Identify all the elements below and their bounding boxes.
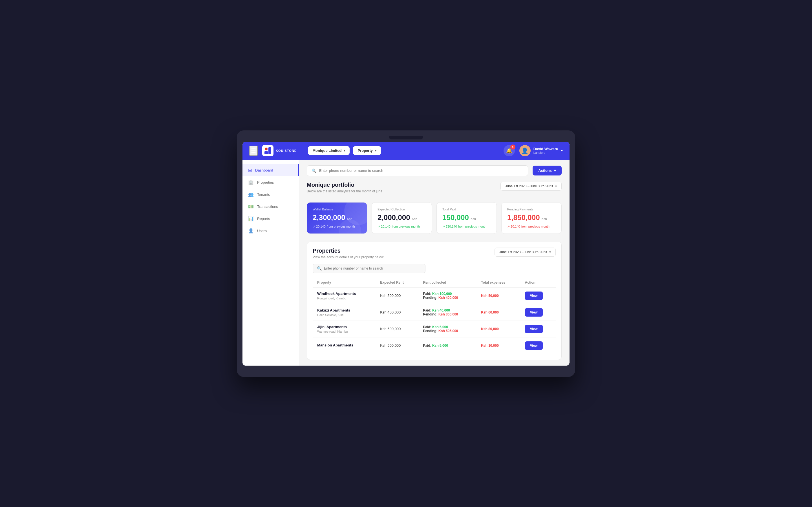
paid-trend-icon: ↗ 720,140: [442, 225, 457, 228]
properties-search-row: 🔍: [313, 264, 556, 273]
property-dropdown[interactable]: Property ▾: [353, 146, 380, 155]
dashboard-icon: ⊞: [248, 168, 252, 173]
user-chevron-icon: ▾: [561, 149, 563, 153]
sidebar-item-transactions[interactable]: 💵 Transactions: [243, 201, 299, 213]
stat-cards: Wallet Balance 2,300,000 Ksh ↗ 20,140 fr…: [307, 202, 562, 234]
col-header-total-expenses: Total expenses: [476, 278, 520, 288]
properties-table: Property Expected Rent Rent collected To…: [313, 278, 556, 354]
sidebar-item-reports[interactable]: 📊 Reports: [243, 213, 299, 225]
user-name: David Waweru: [534, 147, 558, 151]
users-icon: 👤: [248, 228, 254, 233]
cell-rent-collected-3: Paid: Ksh 5,000: [418, 337, 476, 354]
properties-date-filter[interactable]: June 1st 2023 - June 30th 2023 ▾: [495, 247, 556, 257]
prop-address-0: Rungiri road, Kiambu: [317, 297, 371, 300]
sidebar-item-dashboard-label: Dashboard: [255, 168, 273, 172]
cell-property-3: Mansion Apartments: [313, 337, 375, 354]
portfolio-title: Monique portfolio: [307, 182, 382, 188]
rent-paid-2: Paid: Ksh 5,000: [423, 325, 472, 329]
properties-title: Properties: [313, 247, 384, 254]
cell-action-0: View: [520, 287, 556, 304]
expenses-value-0: Ksh 50,000: [481, 294, 499, 298]
org-dropdown-label: Monique Limited: [312, 149, 342, 153]
paid-label: Total Paid: [442, 208, 491, 211]
tenants-icon: 👥: [248, 192, 254, 197]
prop-address-2: Wanyee road, Kiambu: [317, 330, 371, 333]
search-bar-row: 🔍 Actions ▾: [307, 165, 562, 176]
table-row: Mansion Apartments Ksh 500,000 Paid: Ksh…: [313, 337, 556, 354]
col-header-rent-collected: Rent collected: [418, 278, 476, 288]
paid-currency: Ksh: [470, 217, 476, 221]
expected-value: 2,000,000: [377, 213, 410, 222]
prop-address-1: Haile Sellasie, Kilifi: [317, 313, 371, 317]
paid-change-label: from previous month: [458, 225, 486, 228]
paid-value: 150,000: [442, 213, 469, 222]
view-button-1[interactable]: View: [525, 308, 543, 317]
properties-search-input[interactable]: [324, 267, 421, 270]
portfolio-header-row: Monique portfolio Below are the listed a…: [307, 182, 562, 198]
actions-chevron-icon: ▾: [554, 168, 556, 173]
actions-button[interactable]: Actions ▾: [532, 166, 562, 175]
user-role: Landlord: [534, 151, 558, 154]
portfolio-date-filter[interactable]: June 1st 2023 - June 30th 2023 ▾: [500, 182, 562, 191]
laptop-notch: [389, 136, 423, 139]
wallet-value: 2,300,000: [313, 213, 345, 222]
sidebar-item-transactions-label: Transactions: [257, 205, 278, 209]
prop-name-0: Windhoek Apartments: [317, 291, 371, 296]
view-button-2[interactable]: View: [525, 325, 543, 333]
cell-action-3: View: [520, 337, 556, 354]
pending-label: Pending Payments: [507, 208, 556, 211]
cell-expected-rent-0: Ksh 500,000: [375, 287, 418, 304]
view-button-0[interactable]: View: [525, 291, 543, 300]
col-header-property: Property: [313, 278, 375, 288]
portfolio-date-label: June 1st 2023 - June 30th 2023: [505, 184, 553, 188]
cell-expected-rent-3: Ksh 500,000: [375, 337, 418, 354]
sidebar-item-tenants[interactable]: 👥 Tenants: [243, 188, 299, 201]
properties-header-row: Properties View the account details of y…: [313, 247, 556, 259]
top-search-input[interactable]: [319, 168, 523, 173]
notification-badge: 5: [510, 145, 515, 150]
logo-area: KODISTONE: [262, 145, 297, 156]
sidebar-item-dashboard[interactable]: ⊞ Dashboard: [243, 164, 299, 176]
expected-change-label: from previous month: [392, 225, 420, 228]
view-button-3[interactable]: View: [525, 341, 543, 350]
actions-label: Actions: [538, 168, 552, 173]
hamburger-button[interactable]: ☰: [249, 146, 258, 156]
wallet-label: Wallet Balance: [313, 208, 361, 211]
expected-label: Expected Collection: [377, 208, 426, 211]
cell-action-2: View: [520, 321, 556, 337]
cell-rent-collected-1: Paid: Ksh 40,000 Pending: Ksh 360,000: [418, 304, 476, 321]
portfolio-subtitle: Below are the listed analytics for the m…: [307, 189, 382, 193]
rent-pending-2: Pending: Ksh 595,000: [423, 329, 472, 333]
top-nav: ☰ KODISTONE Monique Limited ▾ Pro: [243, 142, 569, 160]
stat-card-wallet: Wallet Balance 2,300,000 Ksh ↗ 20,140 fr…: [307, 202, 367, 234]
dashboard-area: 🔍 Actions ▾ Monique portfolio Below are …: [299, 160, 569, 365]
pending-change: ↗ 20,140 from previous month: [507, 225, 556, 228]
main-content: ⊞ Dashboard 🏢 Properties 👥 Tenants 💵 Tra…: [243, 160, 569, 365]
table-row: Windhoek Apartments Rungiri road, Kiambu…: [313, 287, 556, 304]
paid-value-row: 150,000 Ksh: [442, 213, 491, 222]
col-header-action: Action: [520, 278, 556, 288]
expected-rent-value-1: Ksh 400,000: [380, 310, 401, 314]
properties-subtitle: View the account details of your propert…: [313, 255, 384, 259]
sidebar-item-properties[interactable]: 🏢 Properties: [243, 176, 299, 188]
sidebar-item-reports-label: Reports: [257, 217, 270, 221]
cell-action-1: View: [520, 304, 556, 321]
wallet-currency: Ksh: [347, 217, 352, 221]
search-icon: 🔍: [312, 168, 316, 173]
cell-expenses-1: Ksh 60,000: [476, 304, 520, 321]
nav-right: 🔔 5 👤 David Waweru Landlord ▾: [504, 145, 563, 156]
portfolio-date-chevron-icon: ▾: [555, 184, 557, 188]
notification-button[interactable]: 🔔 5: [504, 145, 515, 156]
nav-dropdowns: Monique Limited ▾ Property ▾: [308, 146, 381, 155]
svg-point-0: [265, 148, 267, 151]
prop-name-1: Kakuzi Apartments: [317, 308, 371, 313]
paid-change: ↗ 720,140 from previous month: [442, 225, 491, 228]
sidebar-item-users[interactable]: 👤 Users: [243, 225, 299, 237]
expected-currency: Ksh: [412, 217, 417, 221]
rent-paid-0: Paid: Ksh 100,000: [423, 292, 472, 296]
expenses-value-3: Ksh 10,000: [481, 344, 499, 348]
cell-expected-rent-1: Ksh 400,000: [375, 304, 418, 321]
wallet-trend-icon: ↗ 20,140: [313, 225, 326, 228]
org-dropdown[interactable]: Monique Limited ▾: [308, 146, 350, 155]
user-area[interactable]: 👤 David Waweru Landlord ▾: [519, 145, 563, 156]
